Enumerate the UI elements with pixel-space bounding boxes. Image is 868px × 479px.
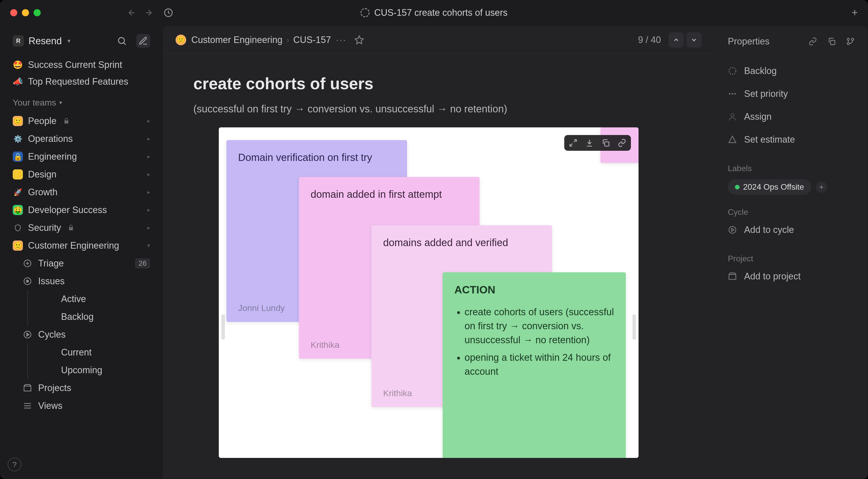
cycle-header: Cycle [728, 207, 855, 217]
team-people[interactable]: 🙂 People ▸ [5, 112, 158, 130]
scroll-hint-left [221, 314, 225, 340]
nav-back-icon[interactable] [127, 8, 136, 17]
titlebar: CUS-157 create cohorts of users + [0, 0, 868, 25]
breadcrumb-issue[interactable]: CUS-157 [293, 35, 331, 45]
cycle-icon [728, 225, 738, 234]
action-bullet: create cohorts of users (successful on f… [465, 305, 614, 347]
svg-rect-7 [831, 40, 835, 45]
properties-panel: Properties Backlog [715, 26, 867, 478]
download-icon[interactable] [585, 138, 594, 147]
chevron-right-icon: ▸ [147, 118, 150, 124]
favorite-item[interactable]: 🤩 Success Current Sprint [5, 57, 158, 73]
labels-header: Labels [728, 164, 855, 173]
breadcrumb-separator: › [286, 35, 289, 44]
sidebar-issues-backlog[interactable]: Backlog [28, 308, 158, 326]
backlog-status-icon [728, 66, 738, 75]
git-branch-icon[interactable] [846, 37, 855, 46]
workspace-name: Resend [29, 36, 62, 46]
project-header: Project [728, 254, 855, 263]
new-issue-icon[interactable] [136, 34, 150, 48]
maximize-window[interactable] [34, 9, 41, 16]
sidebar-cycles[interactable]: Cycles [5, 326, 158, 344]
project-icon [728, 272, 738, 281]
minimize-window[interactable] [22, 9, 29, 16]
svg-point-14 [735, 93, 736, 95]
traffic-lights [10, 9, 41, 16]
team-growth[interactable]: 🚀 Growth ▸ [5, 183, 158, 201]
sticky-text: Domain verification on first try [238, 150, 395, 164]
add-label-button[interactable]: + [816, 182, 827, 193]
svg-point-8 [847, 38, 849, 40]
svg-point-9 [851, 38, 854, 40]
add-to-cycle[interactable]: Add to cycle [728, 223, 855, 241]
sidebar-views[interactable]: Views [5, 397, 158, 415]
sidebar-cycles-upcoming[interactable]: Upcoming [28, 361, 158, 379]
history-icon[interactable] [163, 8, 174, 18]
properties-title: Properties [728, 36, 770, 47]
issue-title[interactable]: create cohorts of users [193, 74, 684, 93]
sticky-text: domains added and verified [383, 235, 540, 250]
next-issue-button[interactable] [686, 32, 702, 47]
team-customer-engineering[interactable]: 🙂 Customer Engineering ▾ [5, 237, 158, 255]
team-design[interactable]: ⚡ Design ▸ [5, 165, 158, 183]
team-operations[interactable]: ⚙️ Operations ▸ [5, 130, 158, 148]
prop-assign[interactable]: Assign [728, 105, 855, 128]
chevron-right-icon: ▸ [147, 207, 150, 213]
section-header-teams[interactable]: Your teams ▾ [5, 90, 158, 112]
scroll-hint-right [632, 314, 636, 340]
attachment-image[interactable]: Domain verification on first try Jonni L… [219, 127, 639, 458]
sidebar-projects[interactable]: Projects [5, 379, 158, 397]
prop-priority[interactable]: Set priority [728, 83, 855, 105]
sticky-author: Jonni Lundy [238, 302, 285, 314]
issue-description[interactable]: (successful on first try → conversion vs… [193, 103, 684, 115]
svg-point-15 [731, 114, 734, 117]
copy-link-icon[interactable] [808, 37, 817, 46]
prev-issue-button[interactable] [669, 32, 684, 47]
breadcrumb-project[interactable]: Customer Engineering [191, 35, 282, 45]
sidebar-issues-active[interactable]: Active [28, 290, 158, 308]
star-struck-icon: 🤩 [13, 60, 23, 70]
chevron-down-icon: ▾ [147, 242, 150, 249]
window-title-text: CUS-157 create cohorts of users [374, 7, 507, 18]
chevron-right-icon: ▸ [147, 135, 150, 142]
svg-point-4 [27, 280, 29, 283]
more-icon[interactable]: ··· [336, 35, 347, 45]
expand-icon[interactable] [569, 138, 578, 147]
close-window[interactable] [10, 9, 17, 16]
copy-icon[interactable] [601, 138, 610, 147]
prop-estimate[interactable]: Set estimate [728, 128, 855, 151]
svg-point-13 [732, 93, 733, 95]
link-icon[interactable] [618, 138, 626, 147]
add-tab-button[interactable]: + [851, 7, 858, 19]
sticky-text: domain added in first attempt [311, 187, 468, 201]
team-developer-success[interactable]: 🤑 Developer Success ▸ [5, 201, 158, 219]
star-icon[interactable] [354, 35, 364, 45]
add-to-project[interactable]: Add to project [728, 269, 855, 288]
copy-id-icon[interactable] [827, 37, 836, 46]
favorite-item[interactable]: 📣 Top Requested Features [5, 73, 158, 90]
views-icon [23, 401, 33, 410]
sticky-note-green: ACTION create cohorts of users (successf… [443, 272, 626, 458]
svg-point-12 [729, 93, 731, 95]
prop-status[interactable]: Backlog [728, 60, 855, 83]
sticky-action-title: ACTION [454, 283, 614, 297]
backlog-status-icon [361, 8, 370, 17]
workspace-switcher[interactable]: R Resend ▾ [5, 31, 158, 51]
lock-icon [68, 224, 74, 231]
team-engineering[interactable]: 🔒 Engineering ▸ [5, 148, 158, 165]
cycles-icon [23, 330, 33, 339]
nav-forward-icon[interactable] [144, 8, 153, 17]
search-icon[interactable] [115, 34, 129, 48]
sidebar-issues[interactable]: Issues [5, 272, 158, 290]
triage-icon [23, 259, 33, 268]
estimate-icon [728, 135, 738, 144]
label-color-dot [735, 185, 740, 189]
help-button[interactable]: ? [8, 458, 21, 471]
svg-point-1 [119, 38, 124, 43]
sidebar-cycles-current[interactable]: Current [28, 344, 158, 361]
team-security[interactable]: Security ▸ [5, 219, 158, 237]
sidebar-triage[interactable]: Triage 26 [5, 255, 158, 272]
priority-icon [728, 89, 738, 98]
issues-icon [23, 277, 33, 286]
label-chip[interactable]: 2024 Ops Offsite [728, 179, 811, 195]
